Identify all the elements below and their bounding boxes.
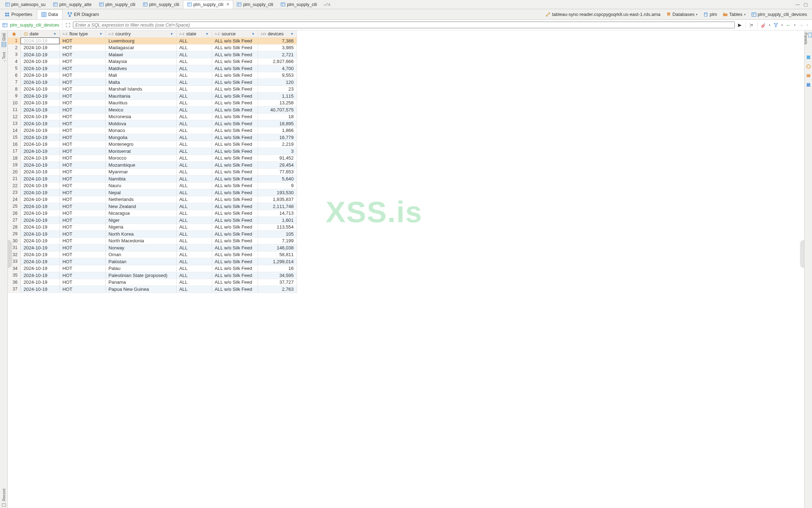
col-header-date[interactable]: date▼ bbox=[21, 30, 59, 37]
cell-state[interactable]: ALL bbox=[176, 113, 212, 120]
row-number[interactable]: 12 bbox=[8, 113, 21, 120]
cell-date[interactable]: 2024-10-19 bbox=[21, 237, 59, 244]
table-row[interactable]: 72024-10-19HOTMaltaALLALL w/o Silk Feed1… bbox=[8, 79, 297, 86]
cell-country[interactable]: Namibia bbox=[105, 175, 176, 183]
row-number[interactable]: 10 bbox=[8, 99, 21, 106]
cell-country[interactable]: Myanmar bbox=[105, 168, 176, 175]
cell-source[interactable]: ALL w/o Silk Feed bbox=[212, 224, 258, 231]
chevron-down-icon[interactable]: ▾ bbox=[769, 23, 771, 27]
cell-devices[interactable]: 14,713 bbox=[258, 210, 297, 217]
cell-state[interactable]: ALL bbox=[176, 231, 212, 238]
cell-devices[interactable]: 1,299,014 bbox=[258, 258, 297, 265]
cell-devices[interactable]: 9 bbox=[258, 182, 297, 189]
row-number[interactable]: 13 bbox=[8, 120, 21, 127]
cell-flow_type[interactable]: HOT bbox=[59, 231, 105, 238]
table-row[interactable]: 182024-10-19HOTMoroccoALLALL w/o Silk Fe… bbox=[8, 155, 297, 162]
cell-date[interactable]: 2024-10-19 bbox=[21, 79, 59, 86]
cell-date[interactable]: 2024-10-19 bbox=[21, 93, 59, 100]
cell-country[interactable]: Marshall Islands bbox=[105, 86, 176, 93]
cell-devices[interactable]: 9,553 bbox=[258, 72, 297, 79]
nav-forward-icon[interactable]: → bbox=[799, 22, 804, 28]
table-row[interactable]: 142024-10-19HOTMonacoALLALL w/o Silk Fee… bbox=[8, 127, 297, 134]
cell-flow_type[interactable]: HOT bbox=[59, 196, 105, 203]
cell-devices[interactable]: 5,640 bbox=[258, 175, 297, 183]
cell-source[interactable]: ALL w/o Silk Feed bbox=[212, 79, 258, 86]
cell-devices[interactable]: 146,038 bbox=[258, 244, 297, 252]
cell-devices[interactable]: 13,258 bbox=[258, 99, 297, 106]
cell-devices[interactable]: 113,554 bbox=[258, 224, 297, 231]
table-row[interactable]: 102024-10-19HOTMauritiusALLALL w/o Silk … bbox=[8, 99, 297, 106]
cell-source[interactable]: ALL w/o Silk Feed bbox=[212, 113, 258, 120]
cell-flow_type[interactable]: HOT bbox=[59, 224, 105, 231]
cell-flow_type[interactable]: HOT bbox=[59, 86, 105, 93]
cell-flow_type[interactable]: HOT bbox=[59, 279, 105, 286]
cell-date[interactable]: 2024-10-19 bbox=[21, 134, 59, 141]
cell-country[interactable]: Panama bbox=[105, 279, 176, 286]
cell-flow_type[interactable]: HOT bbox=[59, 99, 105, 106]
play-icon[interactable]: ▶ bbox=[737, 22, 743, 28]
table-row[interactable]: 32024-10-19HOTMalawiALLALL w/o Silk Feed… bbox=[8, 51, 297, 58]
row-number[interactable]: 24 bbox=[8, 196, 21, 203]
cell-devices[interactable]: 37,727 bbox=[258, 279, 297, 286]
cell-state[interactable]: ALL bbox=[176, 162, 212, 169]
cell-devices[interactable]: 2,763 bbox=[258, 286, 297, 293]
row-number[interactable]: 21 bbox=[8, 175, 21, 183]
chevron-down-icon[interactable]: ▼ bbox=[291, 32, 294, 36]
table-row[interactable]: 332024-10-19HOTPakistanALLALL w/o Silk F… bbox=[8, 258, 297, 265]
cell-date[interactable]: 2024-10-19 bbox=[21, 44, 59, 51]
row-number[interactable]: 23 bbox=[8, 189, 21, 196]
table-row[interactable]: 82024-10-19HOTMarshall IslandsALLALL w/o… bbox=[8, 86, 297, 93]
cell-source[interactable]: ALL w/o Silk Feed bbox=[212, 51, 258, 58]
cell-source[interactable]: ALL w/o Silk Feed bbox=[212, 237, 258, 244]
cell-country[interactable]: Norway bbox=[105, 244, 176, 252]
cell-date[interactable]: 2024-10-19 bbox=[21, 86, 59, 93]
table-row[interactable]: 132024-10-19HOTMoldovaALLALL w/o Silk Fe… bbox=[8, 120, 297, 127]
rail-grid[interactable]: Grid bbox=[1, 33, 6, 48]
cell-source[interactable]: ALL w/o Silk Feed bbox=[212, 286, 258, 293]
cell-flow_type[interactable]: HOT bbox=[59, 134, 105, 141]
cell-source[interactable]: ALL w/o Silk Feed bbox=[212, 155, 258, 162]
cell-devices[interactable]: 2,111,748 bbox=[258, 203, 297, 210]
cell-source[interactable]: ALL w/o Silk Feed bbox=[212, 134, 258, 141]
row-number[interactable]: 2 bbox=[8, 44, 21, 51]
cell-date[interactable]: 2024-10-19 bbox=[21, 72, 59, 79]
funnel-icon[interactable] bbox=[773, 23, 778, 28]
eraser-icon[interactable] bbox=[760, 22, 766, 28]
minimize-icon[interactable]: — bbox=[795, 2, 800, 7]
cell-devices[interactable]: 40,707,575 bbox=[258, 106, 297, 114]
cell-date[interactable]: 2024-10-19 bbox=[21, 189, 59, 196]
cell-country[interactable]: Palestinian State (proposed) bbox=[105, 272, 176, 279]
cell-devices[interactable]: 2,219 bbox=[258, 141, 297, 148]
tab-data[interactable]: Data bbox=[37, 9, 62, 19]
cell-state[interactable]: ALL bbox=[176, 44, 212, 51]
cell-date[interactable]: 2024-10-19 bbox=[21, 251, 59, 258]
cell-date[interactable]: 2024-10-19 bbox=[21, 148, 59, 155]
cell-flow_type[interactable]: HOT bbox=[59, 258, 105, 265]
table-row[interactable]: 22024-10-19HOTMadagascarALLALL w/o Silk … bbox=[8, 44, 297, 51]
cell-devices[interactable]: 3,985 bbox=[258, 44, 297, 51]
cell-state[interactable]: ALL bbox=[176, 155, 212, 162]
cell-state[interactable]: ALL bbox=[176, 72, 212, 79]
col-header-flow_type[interactable]: A-Zflow type▼ bbox=[59, 30, 105, 37]
cell-state[interactable]: ALL bbox=[176, 148, 212, 155]
cell-date[interactable]: 2024-10-19 bbox=[21, 155, 59, 162]
cell-flow_type[interactable]: HOT bbox=[59, 237, 105, 244]
cell-date[interactable]: 2024-10-19 bbox=[21, 141, 59, 148]
table-row[interactable]: 42024-10-19HOTMalaysiaALLALL w/o Silk Fe… bbox=[8, 58, 297, 65]
cell-source[interactable]: ALL w/o Silk Feed bbox=[212, 65, 258, 72]
rail-panels[interactable]: Panels bbox=[804, 33, 812, 45]
cell-state[interactable]: ALL bbox=[176, 224, 212, 231]
cell-source[interactable]: ALL w/o Silk Feed bbox=[212, 231, 258, 238]
cell-date[interactable]: 2024-10-19 bbox=[21, 265, 59, 272]
cell-devices[interactable]: 193,530 bbox=[258, 189, 297, 196]
row-number[interactable]: 7 bbox=[8, 79, 21, 86]
crumb-databases[interactable]: Databases ▾ bbox=[664, 11, 700, 18]
row-number[interactable]: 5 bbox=[8, 65, 21, 72]
cell-flow_type[interactable]: HOT bbox=[59, 210, 105, 217]
cell-state[interactable]: ALL bbox=[176, 265, 212, 272]
cell-source[interactable]: ALL w/o Silk Feed bbox=[212, 58, 258, 65]
tab-overflow[interactable]: »74 bbox=[321, 2, 333, 7]
table-row[interactable]: 282024-10-19HOTNigeriaALLALL w/o Silk Fe… bbox=[8, 224, 297, 231]
sql-filter-input[interactable] bbox=[73, 22, 735, 28]
cell-source[interactable]: ALL w/o Silk Feed bbox=[212, 99, 258, 106]
